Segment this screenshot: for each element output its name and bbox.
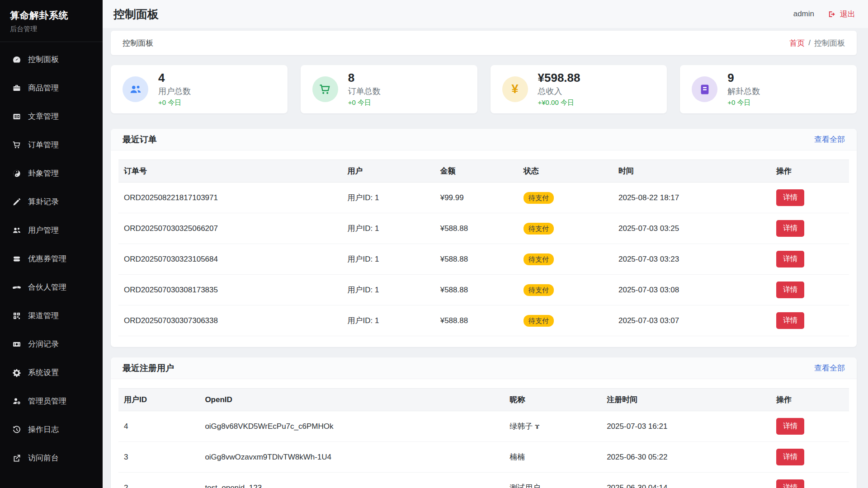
detail-button[interactable]: 详情 (776, 479, 804, 488)
user-id: 3 (118, 442, 199, 473)
user-openid: oiGg8v68VKD5WrEcPu7c_c6PMHOk (199, 411, 504, 442)
table-row: 2 test_openid_123 测试用户 2025-06-30 04:14 … (118, 473, 849, 488)
users-icon (123, 76, 148, 102)
user-reg-time: 2025-07-03 16:21 (601, 411, 771, 442)
pencil-icon (12, 197, 21, 206)
breadcrumb-current: 控制面板 (123, 38, 153, 48)
order-user: 用户ID: 1 (342, 305, 434, 336)
order-user: 用户ID: 1 (342, 213, 434, 244)
sidebar-item-label: 管理员管理 (28, 396, 66, 406)
col-user-id: 用户ID (118, 389, 199, 411)
stat-delta: +0 今日 (727, 99, 760, 107)
user-nickname: 测试用户 (504, 473, 601, 488)
view-all-orders-link[interactable]: 查看全部 (814, 134, 845, 145)
status-badge: 待支付 (524, 223, 554, 235)
sidebar-item-label: 操作日志 (28, 424, 59, 435)
admin-user-icon (12, 397, 21, 406)
detail-button[interactable]: 详情 (776, 251, 804, 267)
detail-button[interactable]: 详情 (776, 449, 804, 465)
users-icon (12, 226, 21, 235)
order-amount: ¥588.88 (435, 213, 518, 244)
status-badge: 待支付 (524, 284, 554, 296)
order-time: 2025-07-03 03:08 (613, 275, 771, 305)
order-user: 用户ID: 1 (342, 244, 434, 275)
sidebar-item-label: 文章管理 (28, 111, 59, 122)
breadcrumb-home-link[interactable]: 首页 (789, 38, 805, 48)
user-id: 2 (118, 473, 199, 488)
recent-users-panel: 最近注册用户 查看全部 用户ID OpenID 昵称 注册时间 操作 (111, 357, 857, 488)
col-amount: 金额 (435, 160, 518, 183)
sidebar-item-orders[interactable]: 订单管理 (0, 131, 103, 159)
external-link-icon (12, 454, 21, 463)
stat-texts: 8 订单总数 +0 今日 (348, 71, 381, 107)
order-no: ORD202507030308173835 (118, 275, 342, 305)
detail-button[interactable]: 详情 (776, 220, 804, 237)
sidebar-item-articles[interactable]: 文章管理 (0, 102, 103, 131)
table-row: ORD202507030325066207 用户ID: 1 ¥588.88 待支… (118, 213, 849, 244)
order-no: ORD202507030307306338 (118, 305, 342, 336)
orders-table-wrap: 订单号 用户 金额 状态 时间 操作 ORD202508221817103971… (111, 150, 857, 347)
sidebar-item-channels[interactable]: 渠道管理 (0, 301, 103, 330)
sidebar: 算命解卦系统 后台管理 控制面板 商品管理 文章管理 订单管理 (0, 0, 103, 488)
coupon-icon (12, 254, 21, 263)
orders-table: 订单号 用户 金额 状态 时间 操作 ORD202508221817103971… (118, 160, 849, 336)
col-openid: OpenID (199, 389, 504, 411)
view-all-users-link[interactable]: 查看全部 (814, 363, 845, 373)
briefcase-icon (12, 84, 21, 93)
order-user: 用户ID: 1 (342, 275, 434, 305)
sidebar-item-profit-records[interactable]: 分润记录 (0, 330, 103, 358)
sidebar-item-divination-records[interactable]: 算卦记录 (0, 188, 103, 216)
stat-delta: +¥0.00 今日 (538, 99, 580, 107)
sidebar-item-users[interactable]: 用户管理 (0, 216, 103, 244)
stat-label: 解卦总数 (727, 86, 760, 97)
orders-header-row: 订单号 用户 金额 状态 时间 操作 (118, 160, 849, 183)
detail-button[interactable]: 详情 (776, 312, 804, 329)
detail-button[interactable]: 详情 (776, 282, 804, 298)
sidebar-item-coupons[interactable]: 优惠券管理 (0, 244, 103, 273)
stat-card-users: 4 用户总数 +0 今日 (111, 65, 288, 113)
order-amount: ¥588.88 (435, 275, 518, 305)
sidebar-item-admins[interactable]: 管理员管理 (0, 387, 103, 415)
sidebar-item-label: 商品管理 (28, 83, 59, 93)
stat-card-readings: 9 解卦总数 +0 今日 (680, 65, 857, 113)
sidebar-item-label: 系统设置 (28, 367, 59, 378)
recent-orders-panel: 最近订单 查看全部 订单号 用户 金额 状态 时间 操作 (111, 129, 857, 347)
sidebar-item-settings[interactable]: 系统设置 (0, 358, 103, 387)
status-badge: 待支付 (524, 253, 554, 265)
table-row: 4 oiGg8v68VKD5WrEcPu7c_c6PMHOk 绿韩子 ɤ 202… (118, 411, 849, 442)
breadcrumb: 控制面板 首页 / 控制面板 (111, 31, 857, 55)
cart-icon (12, 141, 21, 150)
user-nickname: 楠楠 (504, 442, 601, 473)
sidebar-item-label: 用户管理 (28, 225, 59, 235)
history-icon (12, 425, 21, 434)
app-subtitle: 后台管理 (10, 25, 93, 33)
stat-label: 总收入 (538, 86, 580, 97)
recent-users-header: 最近注册用户 查看全部 (111, 357, 857, 379)
newspaper-icon (12, 112, 21, 121)
stat-card-orders: 8 订单总数 +0 今日 (301, 65, 477, 113)
table-row: ORD202507030308173835 用户ID: 1 ¥588.88 待支… (118, 275, 849, 305)
user-id: 4 (118, 411, 199, 442)
breadcrumb-page: 控制面板 (814, 38, 845, 48)
col-time: 时间 (613, 160, 771, 183)
sidebar-item-logs[interactable]: 操作日志 (0, 415, 103, 444)
detail-button[interactable]: 详情 (776, 418, 804, 435)
sidebar-item-label: 合伙人管理 (28, 282, 66, 292)
col-nickname: 昵称 (504, 389, 601, 411)
sidebar-item-hexagrams[interactable]: 卦象管理 (0, 159, 103, 188)
sidebar-item-dashboard[interactable]: 控制面板 (0, 45, 103, 74)
order-time: 2025-07-03 03:07 (613, 305, 771, 336)
user-openid: test_openid_123 (199, 473, 504, 488)
panel-title: 最近注册用户 (123, 362, 174, 374)
sidebar-item-partners[interactable]: 合伙人管理 (0, 273, 103, 301)
col-order-no: 订单号 (118, 160, 342, 183)
sidebar-item-products[interactable]: 商品管理 (0, 74, 103, 102)
table-row: ORD202508221817103971 用户ID: 1 ¥99.99 待支付… (118, 183, 849, 213)
detail-button[interactable]: 详情 (776, 189, 804, 206)
stat-texts: ¥598.88 总收入 +¥0.00 今日 (538, 71, 580, 107)
logout-button[interactable]: 退出 (828, 9, 855, 19)
order-time: 2025-07-03 03:25 (613, 213, 771, 244)
sidebar-item-frontend[interactable]: 访问前台 (0, 444, 103, 472)
yen-glyph: ¥ (511, 82, 518, 96)
col-reg-time: 注册时间 (601, 389, 771, 411)
